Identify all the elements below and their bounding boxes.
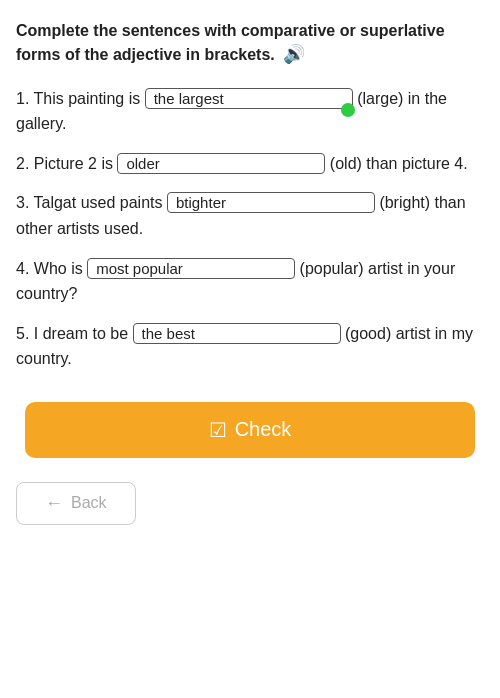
instructions: Complete the sentences with comparative … <box>16 20 484 68</box>
instructions-text: Complete the sentences with comparative … <box>16 22 445 63</box>
exercise-5-prefix: 5. I dream to be <box>16 325 128 342</box>
back-btn-wrapper: ← Back <box>16 482 484 525</box>
check-button-label: Check <box>235 418 292 441</box>
exercise-1-prefix: 1. This painting is <box>16 90 140 107</box>
exercise-3-input[interactable] <box>167 192 375 213</box>
speaker-icon[interactable]: 🔊 <box>283 42 305 67</box>
exercise-3-prefix: 3. Talgat used paints <box>16 194 162 211</box>
check-button[interactable]: ☑ Check <box>25 402 475 458</box>
back-arrow-icon: ← <box>45 493 63 514</box>
exercise-item-3: 3. Talgat used paints (bright) than othe… <box>16 190 484 241</box>
exercise-5-input[interactable] <box>133 323 341 344</box>
exercise-2-input[interactable] <box>117 153 325 174</box>
exercise-item-4: 4. Who is (popular) artist in your count… <box>16 256 484 307</box>
exercise-2-suffix: (old) than picture 4. <box>330 155 468 172</box>
check-icon: ☑ <box>209 418 227 442</box>
exercise-item-1: 1. This painting is (large) in the galle… <box>16 86 484 137</box>
exercise-list: 1. This painting is (large) in the galle… <box>16 86 484 372</box>
back-button-label: Back <box>71 494 107 512</box>
correct-dot-1 <box>341 103 355 117</box>
exercise-4-input[interactable] <box>87 258 295 279</box>
exercise-item-5: 5. I dream to be (good) artist in my cou… <box>16 321 484 372</box>
exercise-2-prefix: 2. Picture 2 is <box>16 155 113 172</box>
exercise-1-input-wrapper <box>145 86 353 112</box>
exercise-1-input[interactable] <box>145 88 353 109</box>
exercise-item-2: 2. Picture 2 is (old) than picture 4. <box>16 151 484 177</box>
exercise-4-prefix: 4. Who is <box>16 260 83 277</box>
back-button[interactable]: ← Back <box>16 482 136 525</box>
